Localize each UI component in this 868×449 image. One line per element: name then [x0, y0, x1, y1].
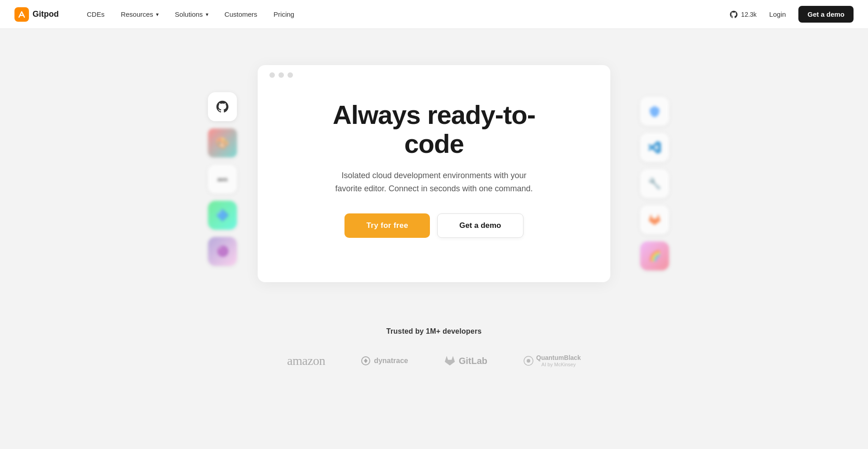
- float-icon-colorful3: 🟣: [208, 237, 237, 266]
- github-icon: [729, 10, 738, 19]
- nav-demo-button[interactable]: Get a demo: [798, 6, 854, 23]
- gitpod-logo-icon: [14, 7, 29, 22]
- nav-resources[interactable]: Resources: [114, 7, 165, 22]
- float-icon-vscode: [640, 133, 669, 162]
- floating-icons-left: 🎨 aws 🔷 🟣: [208, 92, 237, 266]
- github-stars[interactable]: 12.3k: [729, 10, 756, 19]
- svg-rect-0: [14, 7, 29, 22]
- nav-actions: 12.3k Login Get a demo: [729, 6, 854, 23]
- nav-links: CDEs Resources Solutions Customers Prici…: [80, 7, 729, 22]
- hero-title: Always ready-to-code: [316, 100, 552, 158]
- gitlab-fox-icon: [444, 355, 455, 366]
- dynatrace-icon: [361, 356, 370, 365]
- trusted-logos: amazon dynatrace GitLab Quantum: [14, 354, 854, 368]
- amazon-logo: amazon: [287, 354, 325, 368]
- hero-demo-button[interactable]: Get a demo: [437, 213, 524, 238]
- window-dot-2: [278, 72, 284, 78]
- github-stars-count: 12.3k: [741, 11, 756, 18]
- window-dots: [269, 72, 293, 78]
- float-icon-colorful4: 🌈: [640, 241, 669, 270]
- dynatrace-logo: dynatrace: [361, 356, 408, 365]
- float-icon-github: [208, 92, 237, 121]
- nav-customers[interactable]: Customers: [218, 7, 264, 22]
- trusted-section: Trusted by 1M+ developers amazon dynatra…: [0, 300, 868, 386]
- nav-login[interactable]: Login: [764, 7, 792, 22]
- logo-link[interactable]: Gitpod: [14, 7, 59, 22]
- window-dot-3: [288, 72, 293, 78]
- nav-solutions[interactable]: Solutions: [169, 7, 215, 22]
- logo-text: Gitpod: [33, 9, 59, 19]
- nav-cdes[interactable]: CDEs: [80, 7, 111, 22]
- navbar: Gitpod CDEs Resources Solutions Customer…: [0, 0, 868, 29]
- svg-point-3: [527, 359, 530, 363]
- hero-section: 🎨 aws 🔷 🟣 🔧: [0, 29, 868, 300]
- floating-icons-right: 🔧 🌈: [640, 97, 669, 270]
- float-icon-aws: aws: [208, 165, 237, 194]
- quantumblack-icon: [524, 356, 533, 366]
- hero-content: Always ready-to-code Isolated cloud deve…: [298, 73, 570, 265]
- hero-buttons: Try for free Get a demo: [316, 213, 552, 238]
- float-icon-gitlab: [640, 205, 669, 234]
- window-dot-1: [269, 72, 275, 78]
- nav-pricing[interactable]: Pricing: [267, 7, 301, 22]
- float-icon-colorful2: 🔷: [208, 201, 237, 230]
- float-icon-colorful1: 🎨: [208, 128, 237, 157]
- float-icon-tool: 🔧: [640, 169, 669, 198]
- quantumblack-logo: QuantumBlack AI by McKinsey: [524, 354, 581, 367]
- float-icon-shield: [640, 97, 669, 126]
- trusted-label: Trusted by 1M+ developers: [14, 327, 854, 336]
- try-free-button[interactable]: Try for free: [344, 213, 429, 238]
- hero-subtitle: Isolated cloud development environments …: [335, 169, 533, 195]
- gitlab-logo: GitLab: [444, 355, 487, 366]
